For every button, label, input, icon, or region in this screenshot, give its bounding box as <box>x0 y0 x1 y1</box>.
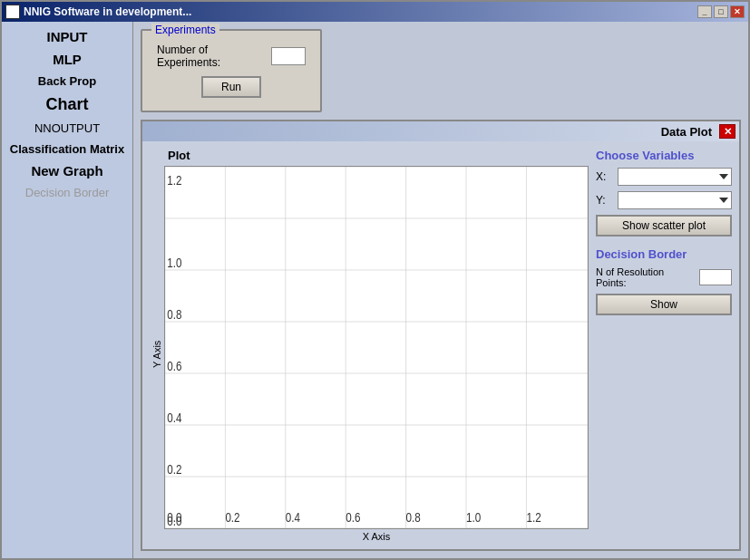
title-buttons: _ □ ✕ <box>697 5 745 18</box>
data-plot-body: Plot Y Axis <box>142 141 739 549</box>
svg-text:0.8: 0.8 <box>406 510 421 525</box>
experiments-legend: Experiments <box>151 24 219 36</box>
data-plot-title-bar: Data Plot ✕ <box>142 121 739 141</box>
svg-text:0.2: 0.2 <box>225 510 239 525</box>
svg-text:0.6: 0.6 <box>167 359 181 373</box>
svg-text:0.4: 0.4 <box>286 510 300 525</box>
title-bar: N NNIG Software in development... _ □ ✕ <box>2 2 748 22</box>
resolution-row: N of Resolution Points: <box>596 266 732 288</box>
sidebar-item-newgraph[interactable]: New Graph <box>2 159 132 182</box>
sidebar: INPUT MLP Back Prop Chart NNOUTPUT Class… <box>2 22 133 558</box>
sidebar-item-nnoutput[interactable]: NNOUTPUT <box>2 118 132 139</box>
sidebar-item-mlp[interactable]: MLP <box>2 48 132 71</box>
app-icon: N <box>5 5 20 19</box>
svg-text:0.4: 0.4 <box>167 410 181 425</box>
controls-panel: Choose Variables X: Y: <box>596 149 732 542</box>
svg-text:0.0: 0.0 <box>167 510 181 525</box>
svg-text:1.0: 1.0 <box>167 256 181 270</box>
plot-container: Y Axis <box>150 166 589 542</box>
sidebar-item-classification[interactable]: Classification Matrix <box>2 139 132 159</box>
x-var-select[interactable] <box>618 168 732 186</box>
sidebar-item-decisionborder: Decision Border <box>2 182 132 203</box>
chart-area: 0.0 0.2 0.4 0.6 0.8 1.0 1.2 0.0 <box>164 166 589 529</box>
plot-label: Plot <box>168 149 589 162</box>
minimize-button[interactable]: _ <box>697 5 712 18</box>
experiments-panel: Experiments Number of Experiments: Run <box>141 29 322 112</box>
y-var-label: Y: <box>596 194 614 207</box>
main-window: N NNIG Software in development... _ □ ✕ … <box>0 0 750 560</box>
experiments-label: Number of Experiments: <box>157 43 266 69</box>
x-axis-label: X Axis <box>164 531 589 542</box>
svg-text:1.2: 1.2 <box>167 173 181 188</box>
show-scatter-plot-button[interactable]: Show scatter plot <box>596 215 732 237</box>
y-axis-label: Y Axis <box>150 166 164 542</box>
y-var-row: Y: <box>596 191 732 209</box>
plot-inner: 0.0 0.2 0.4 0.6 0.8 1.0 1.2 0.0 <box>164 166 589 542</box>
data-plot-window: Data Plot ✕ Plot Y Axis <box>141 120 741 551</box>
sidebar-item-chart[interactable]: Chart <box>2 92 132 118</box>
x-var-row: X: <box>596 168 732 186</box>
window-title: NNIG Software in development... <box>24 5 191 18</box>
y-var-select[interactable] <box>618 191 732 209</box>
svg-text:1.2: 1.2 <box>526 510 541 525</box>
svg-text:0.8: 0.8 <box>167 307 181 322</box>
title-bar-left: N NNIG Software in development... <box>5 5 191 19</box>
resolution-label: N of Resolution Points: <box>596 266 696 288</box>
svg-text:1.0: 1.0 <box>466 510 481 525</box>
right-area: Experiments Number of Experiments: Run D… <box>133 22 748 558</box>
chart-svg: 0.0 0.2 0.4 0.6 0.8 1.0 1.2 0.0 <box>165 167 588 528</box>
experiments-row: Number of Experiments: <box>157 43 306 69</box>
close-button[interactable]: ✕ <box>730 5 745 18</box>
show-button[interactable]: Show <box>596 294 732 315</box>
choose-variables-title: Choose Variables <box>596 149 732 162</box>
plot-area: Plot Y Axis <box>150 149 589 542</box>
main-content: INPUT MLP Back Prop Chart NNOUTPUT Class… <box>2 22 748 558</box>
choose-variables-section: Choose Variables X: Y: <box>596 149 732 237</box>
resolution-input[interactable] <box>699 269 732 285</box>
experiments-input[interactable] <box>271 47 306 65</box>
decision-border-section: Decision Border N of Resolution Points: … <box>596 247 732 315</box>
x-var-label: X: <box>596 170 614 183</box>
sidebar-item-input[interactable]: INPUT <box>2 25 132 48</box>
run-button[interactable]: Run <box>201 76 261 98</box>
maximize-button[interactable]: □ <box>714 5 728 18</box>
decision-border-title: Decision Border <box>596 247 732 261</box>
data-plot-close-button[interactable]: ✕ <box>719 124 735 139</box>
svg-text:0.6: 0.6 <box>346 510 360 525</box>
sidebar-item-backprop[interactable]: Back Prop <box>2 71 132 92</box>
svg-text:0.2: 0.2 <box>167 462 181 477</box>
data-plot-title: Data Plot <box>142 125 719 139</box>
